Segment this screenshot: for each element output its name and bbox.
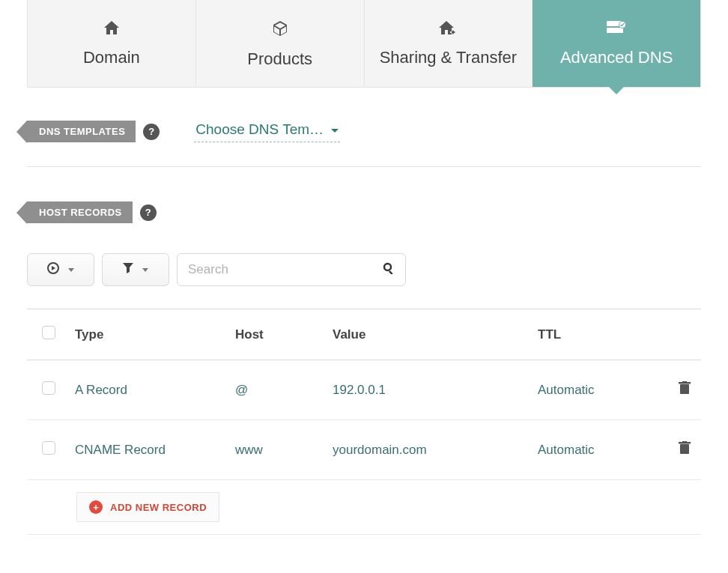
table-row: A Record @ 192.0.0.1 Automatic (27, 360, 701, 420)
chevron-down-icon (68, 268, 74, 272)
box-icon (204, 21, 357, 39)
tab-label: Domain (83, 48, 140, 67)
add-button-label: ADD NEW RECORD (110, 502, 207, 513)
host-records-table: Type Host Value TTL A Record @ 192.0.0.1… (27, 309, 701, 480)
search-box[interactable] (177, 253, 406, 286)
divider (27, 166, 701, 167)
col-ttl: TTL (533, 309, 656, 360)
tab-products[interactable]: Products (196, 0, 365, 88)
dns-icon (540, 21, 693, 37)
table-row: CNAME Record www yourdomain.com Automati… (27, 420, 701, 480)
host-records-section: HOST RECORDS ? (27, 201, 701, 223)
row-checkbox[interactable] (42, 381, 55, 395)
chevron-down-icon (142, 268, 148, 272)
records-toolbar (27, 253, 701, 286)
tab-advanced-dns[interactable]: Advanced DNS (533, 0, 701, 88)
cell-value[interactable]: 192.0.0.1 (328, 360, 533, 420)
share-icon (372, 21, 525, 37)
table-header-row: Type Host Value TTL (27, 309, 701, 360)
svg-rect-7 (680, 384, 689, 394)
svg-rect-1 (607, 28, 623, 33)
col-type: Type (70, 309, 231, 360)
search-input[interactable] (188, 262, 383, 277)
tab-label: Sharing & Transfer (380, 48, 517, 67)
cell-host[interactable]: www (231, 420, 328, 480)
row-checkbox[interactable] (42, 441, 55, 455)
svg-rect-10 (680, 444, 689, 454)
filter-dropdown[interactable] (102, 253, 169, 286)
dns-template-select[interactable]: Choose DNS Tem… (194, 121, 340, 142)
actions-dropdown[interactable] (27, 253, 94, 286)
col-value: Value (328, 309, 533, 360)
search-icon[interactable] (383, 262, 395, 277)
select-all-checkbox[interactable] (42, 326, 55, 339)
trash-icon[interactable] (679, 383, 691, 398)
tab-domain[interactable]: Domain (28, 0, 196, 88)
dns-templates-section: DNS TEMPLATES ? Choose DNS Tem… (27, 121, 701, 142)
cell-type[interactable]: A Record (70, 360, 231, 420)
add-new-record-button[interactable]: + ADD NEW RECORD (76, 492, 219, 522)
col-host: Host (231, 309, 328, 360)
cell-type[interactable]: CNAME Record (70, 420, 231, 480)
tab-label: Products (247, 49, 312, 68)
filter-icon (123, 263, 133, 276)
cell-value[interactable]: yourdomain.com (328, 420, 533, 480)
svg-point-5 (384, 264, 391, 270)
play-icon (47, 262, 59, 277)
home-icon (35, 21, 188, 37)
tab-sharing[interactable]: Sharing & Transfer (365, 0, 533, 88)
host-records-tag: HOST RECORDS (27, 201, 133, 223)
svg-rect-12 (682, 441, 687, 443)
cell-host[interactable]: @ (231, 360, 328, 420)
help-icon[interactable]: ? (143, 124, 160, 140)
add-record-row: + ADD NEW RECORD (27, 480, 701, 535)
help-icon[interactable]: ? (140, 204, 157, 221)
tab-label: Advanced DNS (560, 48, 673, 67)
cell-ttl[interactable]: Automatic (533, 360, 656, 420)
trash-icon[interactable] (679, 443, 691, 458)
dns-templates-tag: DNS TEMPLATES (27, 121, 136, 142)
cell-ttl[interactable]: Automatic (533, 420, 656, 480)
plus-icon: + (89, 500, 103, 514)
tab-bar: Domain Products Sharing & Transfer Advan… (27, 0, 701, 88)
svg-rect-9 (682, 381, 687, 383)
